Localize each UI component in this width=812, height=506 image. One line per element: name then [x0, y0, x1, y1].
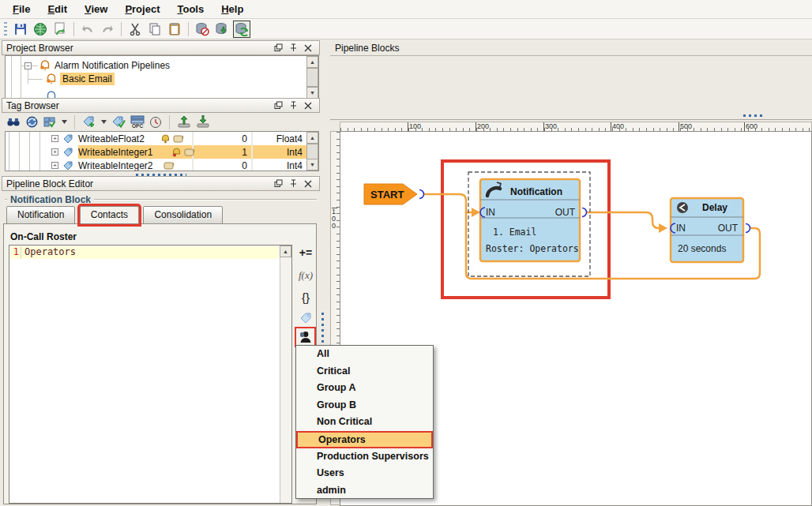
menu-item-critical[interactable]: Critical	[296, 363, 433, 380]
scrollbar-thumb[interactable]	[306, 68, 318, 87]
db-download-icon[interactable]	[213, 21, 231, 38]
toolbar-grip[interactable]	[4, 22, 7, 36]
tab-notification[interactable]: Notification	[6, 206, 75, 224]
tree-collapse-icon[interactable]: −	[24, 62, 32, 69]
float-panel-icon[interactable]	[274, 101, 283, 110]
menu-edit[interactable]: Edit	[39, 1, 75, 17]
editor-current-line[interactable]: 1 Operators	[10, 246, 279, 259]
menu-project[interactable]: Project	[117, 1, 167, 17]
scroll-down-button[interactable]: ▼	[306, 87, 318, 99]
scroll-down-button[interactable]: ▼	[306, 159, 318, 171]
paste-icon[interactable]	[166, 21, 183, 38]
menu-file[interactable]: File	[5, 1, 38, 17]
delay-out-connector[interactable]	[746, 224, 750, 233]
ruler-label: 600	[744, 122, 757, 131]
ruler-label: 100	[332, 208, 337, 230]
float-panel-icon[interactable]	[274, 43, 283, 52]
scan-class-clock-icon[interactable]	[149, 116, 162, 129]
block-editor-title: Pipeline Block Editor	[6, 178, 93, 189]
undo-icon[interactable]	[79, 21, 96, 38]
pin-panel-icon[interactable]	[290, 43, 297, 52]
tag-reference-icon[interactable]	[295, 308, 316, 327]
pipeline-blocks-title: Pipeline Blocks	[335, 43, 399, 54]
close-panel-icon[interactable]	[304, 180, 312, 188]
alarm-bell-icon	[160, 134, 171, 144]
pin-panel-icon[interactable]	[290, 101, 297, 110]
tree-expand-icon[interactable]: +	[51, 135, 58, 142]
notification-out-connector[interactable]	[582, 208, 587, 217]
menu-tools[interactable]: Tools	[169, 1, 212, 17]
delay-block[interactable]: Delay IN OUT 20 seconds	[671, 198, 743, 262]
redo-icon[interactable]	[99, 21, 116, 38]
menu-item-non-critical[interactable]: Non Critical	[296, 414, 433, 431]
menu-help[interactable]: Help	[213, 1, 251, 17]
roster-editor[interactable]: 1 Operators ▲	[9, 245, 292, 504]
copy-icon[interactable]	[146, 21, 164, 38]
block-editor-tabs: Notification Contacts Consolidation	[6, 206, 224, 224]
scrollbar-thumb[interactable]	[306, 144, 318, 159]
db-sync-enabled-icon[interactable]	[233, 21, 250, 38]
tag-name: WriteableFloat2	[78, 133, 145, 144]
port-out-label: OUT	[555, 207, 576, 218]
ruler-label: 100	[408, 122, 421, 131]
history-scroll-icon	[184, 148, 195, 157]
menu-item-admin[interactable]: admin	[296, 482, 433, 500]
menu-item-users[interactable]: Users	[296, 465, 433, 482]
wire-notification-to-delay	[585, 212, 659, 228]
history-scroll-icon	[173, 134, 184, 144]
float-panel-icon[interactable]	[274, 179, 283, 188]
history-scroll-icon	[164, 161, 175, 171]
menu-item-operators[interactable]: Operators	[296, 431, 433, 448]
export-tags-icon[interactable]	[196, 115, 210, 129]
refresh-tags-icon[interactable]	[25, 115, 39, 129]
tree-item-alarm-pipelines[interactable]: Alarm Notification Pipelines	[55, 60, 170, 71]
tab-contacts[interactable]: Contacts	[80, 206, 139, 224]
braces-icon[interactable]: {}	[295, 287, 316, 306]
tree-item-basic-email[interactable]: Basic Email	[60, 73, 115, 85]
db-disabled-icon[interactable]	[194, 21, 211, 38]
scroll-up-button[interactable]: ▲	[280, 246, 291, 257]
notification-block[interactable]: Notification IN OUT 1. Email Roster: Ope…	[480, 179, 580, 261]
scroll-up-button[interactable]: ▲	[306, 56, 318, 68]
chevron-down-icon[interactable]	[62, 120, 67, 124]
add-tag-icon[interactable]	[82, 115, 96, 129]
wire-start-to-notification	[420, 194, 472, 212]
close-panel-icon[interactable]	[304, 102, 312, 110]
import-tags-icon[interactable]	[177, 115, 191, 129]
tag-browser-title: Tag Browser	[6, 100, 59, 111]
menu-item-group-b[interactable]: Group B	[296, 397, 433, 414]
tab-consolidation[interactable]: Consolidation	[143, 206, 223, 224]
tag-icon	[62, 133, 74, 144]
menu-item-production-supervisors[interactable]: Production Supervisors	[296, 448, 433, 466]
tree-expand-icon[interactable]: +	[51, 162, 58, 169]
tag-type: Int4	[287, 147, 303, 158]
scroll-up-button[interactable]: ▲	[306, 132, 318, 144]
roster-entry-text[interactable]: Operators	[21, 246, 76, 259]
start-out-connector[interactable]	[419, 190, 424, 199]
panel-splitter-handle[interactable]	[743, 114, 765, 117]
export-project-icon[interactable]	[51, 21, 69, 38]
menu-item-all[interactable]: All	[296, 346, 433, 363]
cut-icon[interactable]	[126, 21, 144, 38]
tag-name: WriteableInteger1	[78, 147, 153, 158]
edit-tags-icon[interactable]	[111, 115, 126, 129]
globe-icon[interactable]	[32, 21, 49, 38]
ruler-label: 200	[476, 122, 489, 131]
insert-roster-icon[interactable]: +=	[295, 243, 316, 262]
column-selection-icon[interactable]	[43, 116, 57, 129]
close-panel-icon[interactable]	[304, 44, 312, 52]
pin-panel-icon[interactable]	[290, 179, 297, 188]
save-icon[interactable]	[12, 21, 29, 38]
ruler-label: 400	[611, 122, 624, 131]
ignition-designer-window: { "window": { "menu_items": ["File","Edi…	[0, 0, 812, 506]
search-tags-icon[interactable]	[6, 116, 21, 129]
block-detail: Roster: Operators	[486, 243, 579, 254]
tree-expand-icon[interactable]: +	[51, 148, 58, 156]
menu-view[interactable]: View	[77, 1, 115, 17]
chevron-down-icon[interactable]	[101, 120, 107, 124]
ruler-label: 500	[679, 122, 692, 131]
menu-item-group-a[interactable]: Group A	[296, 380, 433, 397]
opc-browse-icon[interactable]: OPC	[130, 115, 145, 129]
block-title: Notification	[510, 186, 562, 197]
function-icon[interactable]: f(x)	[295, 266, 316, 285]
